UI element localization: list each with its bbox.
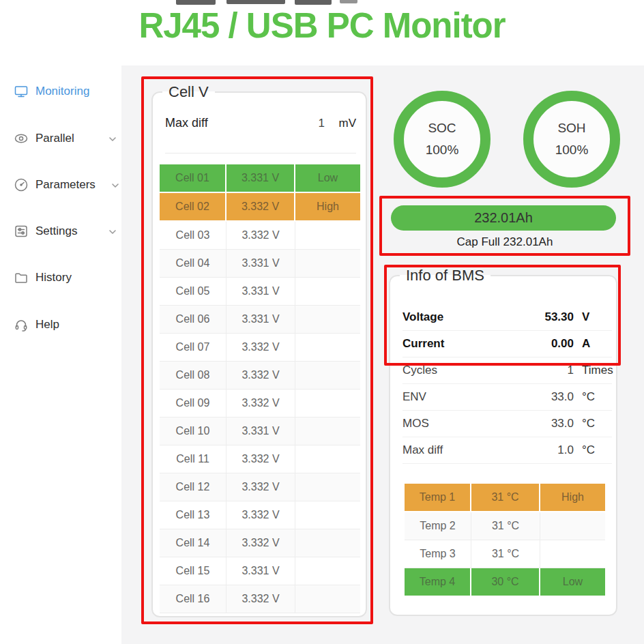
bms-info-panel: Info of BMS Voltage53.30VCurrent0.00ACyc…: [389, 267, 617, 616]
cell-row-voltage: 3.331 V: [226, 164, 294, 192]
temp-table: Temp 131 °CHighTemp 231 °CTemp 331 °CTem…: [405, 484, 605, 597]
temp-row-status: [540, 540, 605, 568]
cell-row-status: [295, 250, 360, 277]
cell-row-label: Cell 05: [160, 278, 226, 305]
temp-row: Temp 231 °C: [405, 512, 605, 540]
bms-info-row: ENV33.0°C: [402, 384, 612, 411]
cell-row-label: Cell 08: [160, 362, 226, 389]
bms-row-label: Current: [402, 337, 526, 351]
bms-info-row: Max diff1.0°C: [402, 437, 612, 464]
chevron-down-icon[interactable]: [108, 227, 117, 237]
cell-row-status: [295, 529, 360, 557]
temp-row: Temp 331 °C: [405, 540, 605, 568]
cell-row-status: [295, 445, 360, 473]
soh-label: SOH: [557, 121, 585, 136]
bms-row-unit: °C: [574, 443, 612, 457]
temp-row-status: High: [540, 484, 605, 511]
bms-row-value: 33.0: [526, 417, 574, 430]
cell-panel-legend: Cell V: [162, 83, 215, 101]
bms-row-label: Max diff: [402, 443, 526, 457]
sidebar-item-label: Settings: [35, 224, 77, 238]
cell-row-label: Cell 06: [160, 306, 226, 333]
cell-row-label: Cell 07: [160, 334, 226, 361]
cell-row-status: [295, 390, 360, 417]
sidebar-item-settings[interactable]: Settings: [14, 222, 116, 240]
cell-row-label: Cell 13: [160, 501, 226, 529]
bms-row-unit: A: [574, 337, 612, 351]
bms-row-value: 53.30: [526, 310, 574, 324]
cell-row-label: Cell 09: [160, 390, 226, 417]
bms-info-row: MOS33.0°C: [402, 411, 612, 437]
sidebar-item-history[interactable]: History: [14, 269, 116, 287]
cell-row: Cell 103.331 V: [160, 418, 360, 445]
cell-row: Cell 143.332 V: [160, 529, 360, 557]
temp-row-label: Temp 2: [405, 512, 471, 540]
cell-voltage-table: Cell 013.331 VLowCell 023.332 VHighCell …: [160, 164, 360, 613]
cell-row-label: Cell 02: [160, 193, 225, 220]
cell-row-status: [295, 418, 360, 445]
cell-row: Cell 073.332 V: [160, 334, 360, 362]
cell-row-label: Cell 04: [160, 250, 226, 277]
temp-row: Temp 131 °CHigh: [405, 484, 605, 512]
page-title: RJ45 / USB PC Monitor: [0, 5, 644, 46]
bms-row-unit: °C: [574, 390, 612, 404]
cell-row-voltage: 3.331 V: [226, 278, 295, 305]
cell-row: Cell 053.331 V: [160, 278, 360, 306]
sidebar-item-monitoring[interactable]: Monitoring: [14, 83, 116, 100]
sidebar-item-parameters[interactable]: Parameters: [14, 176, 116, 194]
cell-row-voltage: 3.331 V: [226, 250, 295, 277]
divider: [165, 153, 356, 153]
temp-row: Temp 430 °CLow: [405, 568, 605, 597]
soc-label: SOC: [428, 121, 456, 136]
sidebar-item-label: Help: [35, 318, 59, 332]
sidebar-item-help[interactable]: Help: [14, 316, 116, 334]
temp-row-label: Temp 3: [405, 540, 471, 568]
soh-value: 100%: [555, 143, 589, 158]
bms-row-value: 1: [526, 364, 574, 377]
gauge-icon: [14, 177, 29, 192]
monitor-icon: [14, 84, 29, 99]
soh-gauge: SOH 100%: [523, 91, 620, 188]
cell-row-voltage: 3.332 V: [226, 585, 295, 613]
sliders-icon: [14, 224, 29, 239]
cell-row-voltage: 3.331 V: [226, 306, 295, 333]
chevron-down-icon[interactable]: [111, 181, 120, 190]
bms-row-unit: °C: [574, 417, 612, 430]
cell-row-status: [295, 501, 360, 529]
cell-row: Cell 093.332 V: [160, 390, 360, 418]
max-diff-row: Max diff 1 mV: [165, 116, 356, 130]
eye-icon: [14, 131, 29, 146]
bms-row-unit: V: [574, 310, 612, 324]
sidebar-item-label: Parallel: [35, 132, 74, 145]
bms-row-unit: Times: [574, 364, 612, 377]
bms-row-label: MOS: [402, 417, 526, 430]
cell-row-voltage: 3.332 V: [226, 193, 294, 220]
chevron-down-icon[interactable]: [108, 134, 117, 144]
cell-row-status: [295, 473, 360, 501]
max-diff-unit: mV: [325, 117, 356, 130]
cell-row-label: Cell 12: [160, 473, 226, 501]
bms-row-value: 0.00: [526, 337, 574, 351]
bms-row-label: Cycles: [402, 364, 526, 377]
temp-row-value: 31 °C: [471, 512, 540, 540]
cell-row: Cell 133.332 V: [160, 501, 360, 529]
temp-row-label: Temp 1: [405, 484, 470, 511]
cell-row-label: Cell 03: [160, 222, 226, 249]
sidebar-item-parallel[interactable]: Parallel: [14, 130, 116, 147]
temp-row-value: 31 °C: [471, 540, 540, 568]
cell-row-status: [295, 557, 360, 585]
cell-row-status: [295, 362, 360, 389]
cell-voltage-panel: Cell V Max diff 1 mV Cell 013.331 VLowCe…: [151, 83, 367, 617]
capacity-caption: Cap Full 232.01Ah: [379, 235, 630, 249]
temp-row-status: Low: [540, 568, 605, 596]
cell-row-voltage: 3.331 V: [226, 557, 295, 585]
cell-row-status: [295, 334, 360, 361]
sidebar-item-label: Monitoring: [35, 85, 89, 98]
bms-row-value: 33.0: [526, 390, 574, 404]
capacity-bar: 232.01Ah: [391, 205, 616, 231]
bms-info-row: Cycles1Times: [402, 357, 612, 384]
cell-row-voltage: 3.332 V: [226, 222, 295, 249]
cell-row: Cell 163.332 V: [160, 585, 360, 613]
bms-info-row: Voltage53.30V: [402, 304, 612, 331]
temp-row-status: [540, 512, 605, 540]
